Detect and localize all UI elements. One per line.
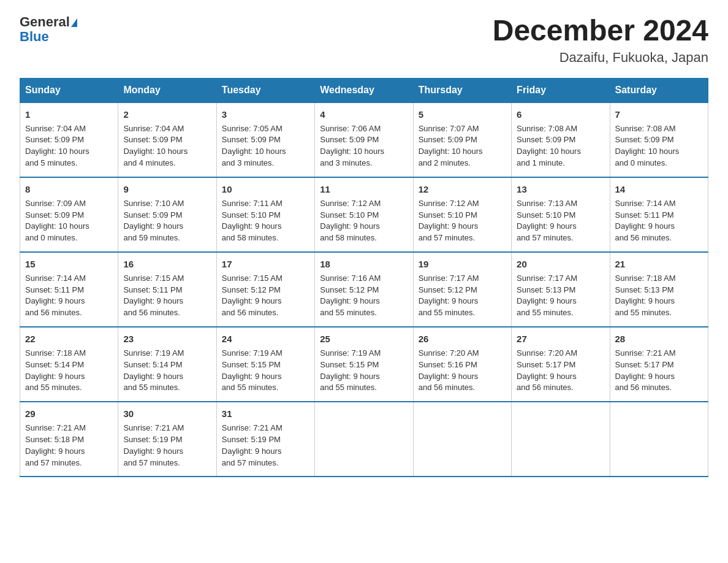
calendar-cell: 16Sunrise: 7:15 AM Sunset: 5:11 PM Dayli…: [118, 252, 216, 327]
day-number: 7: [615, 108, 703, 121]
day-info: Sunrise: 7:06 AM Sunset: 5:09 PM Dayligh…: [320, 123, 408, 169]
day-number: 23: [123, 332, 211, 346]
day-number: 13: [517, 183, 604, 196]
calendar-cell: 12Sunrise: 7:12 AM Sunset: 5:10 PM Dayli…: [413, 177, 511, 252]
day-info: Sunrise: 7:19 AM Sunset: 5:15 PM Dayligh…: [222, 348, 309, 394]
day-info: Sunrise: 7:19 AM Sunset: 5:15 PM Dayligh…: [320, 348, 408, 394]
calendar-cell: [512, 402, 610, 477]
day-info: Sunrise: 7:17 AM Sunset: 5:13 PM Dayligh…: [517, 273, 604, 319]
calendar-cell: 8Sunrise: 7:09 AM Sunset: 5:09 PM Daylig…: [20, 177, 118, 252]
day-number: 14: [615, 183, 703, 196]
day-info: Sunrise: 7:09 AM Sunset: 5:09 PM Dayligh…: [25, 198, 113, 244]
logo: General Blue: [20, 15, 77, 44]
week-row-4: 22Sunrise: 7:18 AM Sunset: 5:14 PM Dayli…: [20, 327, 708, 402]
calendar-cell: 20Sunrise: 7:17 AM Sunset: 5:13 PM Dayli…: [512, 252, 610, 327]
day-info: Sunrise: 7:10 AM Sunset: 5:09 PM Dayligh…: [123, 198, 211, 244]
location: Dazaifu, Fukuoka, Japan: [493, 50, 708, 66]
day-info: Sunrise: 7:18 AM Sunset: 5:13 PM Dayligh…: [615, 273, 703, 319]
calendar-cell: 25Sunrise: 7:19 AM Sunset: 5:15 PM Dayli…: [315, 327, 413, 402]
day-info: Sunrise: 7:07 AM Sunset: 5:09 PM Dayligh…: [419, 123, 506, 169]
calendar-cell: 19Sunrise: 7:17 AM Sunset: 5:12 PM Dayli…: [413, 252, 511, 327]
day-info: Sunrise: 7:15 AM Sunset: 5:11 PM Dayligh…: [123, 273, 211, 319]
calendar-cell: 1Sunrise: 7:04 AM Sunset: 5:09 PM Daylig…: [20, 102, 118, 177]
calendar-cell: 9Sunrise: 7:10 AM Sunset: 5:09 PM Daylig…: [118, 177, 216, 252]
day-info: Sunrise: 7:20 AM Sunset: 5:16 PM Dayligh…: [419, 348, 506, 394]
day-info: Sunrise: 7:11 AM Sunset: 5:10 PM Dayligh…: [222, 198, 309, 244]
calendar-cell: 14Sunrise: 7:14 AM Sunset: 5:11 PM Dayli…: [610, 177, 708, 252]
day-number: 21: [615, 258, 703, 271]
day-number: 2: [123, 108, 211, 121]
title-block: December 2024 Dazaifu, Fukuoka, Japan: [493, 15, 708, 66]
day-number: 5: [419, 108, 506, 121]
day-info: Sunrise: 7:13 AM Sunset: 5:10 PM Dayligh…: [517, 198, 604, 244]
page-header: General Blue December 2024 Dazaifu, Fuku…: [20, 15, 708, 66]
day-info: Sunrise: 7:08 AM Sunset: 5:09 PM Dayligh…: [615, 123, 703, 169]
day-number: 1: [25, 108, 113, 121]
calendar-cell: 22Sunrise: 7:18 AM Sunset: 5:14 PM Dayli…: [20, 327, 118, 402]
day-info: Sunrise: 7:21 AM Sunset: 5:18 PM Dayligh…: [25, 423, 113, 469]
day-info: Sunrise: 7:12 AM Sunset: 5:10 PM Dayligh…: [320, 198, 408, 244]
calendar-body: 1Sunrise: 7:04 AM Sunset: 5:09 PM Daylig…: [20, 102, 708, 477]
logo-general: General: [20, 14, 70, 29]
day-number: 12: [419, 183, 506, 196]
day-number: 29: [25, 407, 113, 421]
calendar-header: SundayMondayTuesdayWednesdayThursdayFrid…: [20, 78, 708, 102]
logo-triangle-icon: [71, 18, 77, 27]
day-info: Sunrise: 7:17 AM Sunset: 5:12 PM Dayligh…: [419, 273, 506, 319]
logo-blue: Blue: [20, 29, 77, 44]
day-number: 17: [222, 258, 309, 271]
calendar-cell: 28Sunrise: 7:21 AM Sunset: 5:17 PM Dayli…: [610, 327, 708, 402]
day-number: 20: [517, 258, 604, 271]
day-info: Sunrise: 7:21 AM Sunset: 5:17 PM Dayligh…: [615, 348, 703, 394]
day-info: Sunrise: 7:12 AM Sunset: 5:10 PM Dayligh…: [419, 198, 506, 244]
day-number: 11: [320, 183, 408, 196]
calendar-cell: 30Sunrise: 7:21 AM Sunset: 5:19 PM Dayli…: [118, 402, 216, 477]
day-info: Sunrise: 7:04 AM Sunset: 5:09 PM Dayligh…: [25, 123, 113, 169]
calendar-cell: [610, 402, 708, 477]
day-info: Sunrise: 7:08 AM Sunset: 5:09 PM Dayligh…: [517, 123, 604, 169]
day-number: 27: [517, 332, 604, 346]
col-header-saturday: Saturday: [610, 78, 708, 102]
day-info: Sunrise: 7:15 AM Sunset: 5:12 PM Dayligh…: [222, 273, 309, 319]
day-number: 31: [222, 407, 309, 421]
day-number: 8: [25, 183, 113, 196]
calendar-cell: 21Sunrise: 7:18 AM Sunset: 5:13 PM Dayli…: [610, 252, 708, 327]
calendar-cell: 18Sunrise: 7:16 AM Sunset: 5:12 PM Dayli…: [315, 252, 413, 327]
day-info: Sunrise: 7:04 AM Sunset: 5:09 PM Dayligh…: [123, 123, 211, 169]
calendar-cell: 2Sunrise: 7:04 AM Sunset: 5:09 PM Daylig…: [118, 102, 216, 177]
day-number: 4: [320, 108, 408, 121]
calendar-cell: 5Sunrise: 7:07 AM Sunset: 5:09 PM Daylig…: [413, 102, 511, 177]
week-row-5: 29Sunrise: 7:21 AM Sunset: 5:18 PM Dayli…: [20, 402, 708, 477]
month-title: December 2024: [493, 15, 708, 47]
day-number: 24: [222, 332, 309, 346]
day-info: Sunrise: 7:20 AM Sunset: 5:17 PM Dayligh…: [517, 348, 604, 394]
day-info: Sunrise: 7:21 AM Sunset: 5:19 PM Dayligh…: [222, 423, 309, 469]
day-info: Sunrise: 7:21 AM Sunset: 5:19 PM Dayligh…: [123, 423, 211, 469]
day-number: 6: [517, 108, 604, 121]
calendar-cell: 17Sunrise: 7:15 AM Sunset: 5:12 PM Dayli…: [216, 252, 314, 327]
calendar-cell: [315, 402, 413, 477]
col-header-wednesday: Wednesday: [315, 78, 413, 102]
day-number: 22: [25, 332, 113, 346]
day-number: 15: [25, 258, 113, 271]
calendar-cell: 29Sunrise: 7:21 AM Sunset: 5:18 PM Dayli…: [20, 402, 118, 477]
calendar-cell: 10Sunrise: 7:11 AM Sunset: 5:10 PM Dayli…: [216, 177, 314, 252]
col-header-friday: Friday: [512, 78, 610, 102]
day-info: Sunrise: 7:05 AM Sunset: 5:09 PM Dayligh…: [222, 123, 309, 169]
day-number: 16: [123, 258, 211, 271]
calendar-cell: 11Sunrise: 7:12 AM Sunset: 5:10 PM Dayli…: [315, 177, 413, 252]
calendar-cell: 6Sunrise: 7:08 AM Sunset: 5:09 PM Daylig…: [512, 102, 610, 177]
col-header-sunday: Sunday: [20, 78, 118, 102]
calendar-cell: 13Sunrise: 7:13 AM Sunset: 5:10 PM Dayli…: [512, 177, 610, 252]
day-number: 25: [320, 332, 408, 346]
day-info: Sunrise: 7:16 AM Sunset: 5:12 PM Dayligh…: [320, 273, 408, 319]
calendar-cell: 15Sunrise: 7:14 AM Sunset: 5:11 PM Dayli…: [20, 252, 118, 327]
day-number: 3: [222, 108, 309, 121]
day-number: 26: [419, 332, 506, 346]
day-number: 10: [222, 183, 309, 196]
week-row-3: 15Sunrise: 7:14 AM Sunset: 5:11 PM Dayli…: [20, 252, 708, 327]
day-info: Sunrise: 7:19 AM Sunset: 5:14 PM Dayligh…: [123, 348, 211, 394]
day-number: 30: [123, 407, 211, 421]
calendar-cell: 7Sunrise: 7:08 AM Sunset: 5:09 PM Daylig…: [610, 102, 708, 177]
calendar-cell: 23Sunrise: 7:19 AM Sunset: 5:14 PM Dayli…: [118, 327, 216, 402]
